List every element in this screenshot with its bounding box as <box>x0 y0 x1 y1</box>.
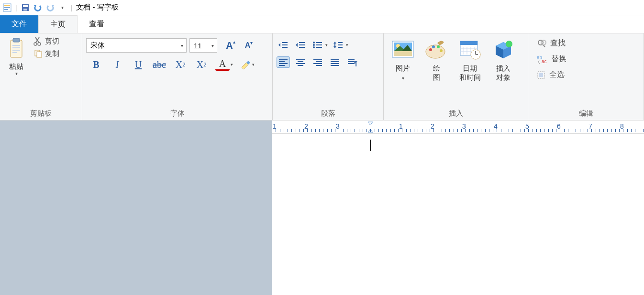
select-all-label: 全选 <box>549 70 565 80</box>
insert-paint-button[interactable]: 绘 图 <box>424 37 449 83</box>
superscript-button[interactable]: X2 <box>194 57 209 72</box>
insert-picture-button[interactable]: 图片▾ <box>390 37 415 83</box>
svg-rect-41 <box>313 59 322 60</box>
italic-button[interactable]: I <box>110 57 124 72</box>
ruler-tick-minor <box>485 129 486 132</box>
ruler-tick-minor <box>315 129 316 132</box>
ruler-tick-minor <box>454 129 454 132</box>
ruler-tick-minor <box>552 129 553 132</box>
ruler-tick-minor <box>426 129 426 132</box>
redo-icon[interactable] <box>45 2 56 13</box>
chevron-down-icon[interactable]: ▾ <box>325 43 328 47</box>
ruler-tick-minor <box>591 129 592 132</box>
chevron-down-icon[interactable]: ▾ <box>252 62 255 67</box>
ruler-tick-minor <box>284 129 284 132</box>
font-size-input[interactable] <box>190 39 208 52</box>
svg-rect-36 <box>279 65 285 66</box>
insert-object-button[interactable]: 插入 对象 <box>491 37 516 83</box>
ruler-tick-minor <box>418 129 418 132</box>
left-gutter <box>0 120 272 295</box>
align-left-button[interactable] <box>277 56 290 68</box>
font-name-input[interactable] <box>87 39 178 52</box>
strikethrough-button[interactable]: abc <box>152 57 167 72</box>
svg-rect-47 <box>331 63 339 64</box>
svg-rect-20 <box>299 42 305 43</box>
align-center-button[interactable] <box>294 56 307 68</box>
chevron-down-icon[interactable]: ▾ <box>208 43 217 48</box>
workspace: 32112345678 <box>0 120 644 295</box>
increase-indent-button[interactable] <box>294 39 307 51</box>
ruler-tick-minor <box>296 129 296 132</box>
ruler[interactable]: 32112345678 <box>272 120 644 134</box>
underline-button[interactable]: U <box>131 57 145 72</box>
bold-button[interactable]: B <box>89 57 103 72</box>
cut-button[interactable]: 剪切 <box>32 35 61 47</box>
ruler-tick-minor <box>627 129 628 132</box>
chevron-down-icon: ▾ <box>402 76 404 81</box>
align-right-button[interactable] <box>311 56 324 68</box>
chevron-down-icon[interactable]: ▾ <box>231 62 233 67</box>
paste-button[interactable]: 粘贴 ▾ <box>6 35 27 78</box>
svg-rect-24 <box>316 42 322 43</box>
decrease-indent-button[interactable] <box>277 39 290 51</box>
select-all-button[interactable]: 全选 <box>534 69 567 81</box>
replace-button[interactable]: abac 替换 <box>534 53 569 65</box>
ruler-tick-minor <box>307 129 308 132</box>
ruler-tick-minor <box>323 129 323 132</box>
ruler-tick-minor <box>489 129 489 132</box>
group-label-edit: 编辑 <box>532 107 640 119</box>
paragraph-marks-button[interactable]: ¶ <box>345 56 359 68</box>
replace-label: 替换 <box>551 54 566 64</box>
svg-rect-2 <box>4 7 10 8</box>
group-paragraph: ▾ ▾ ¶ 段落 <box>273 33 384 120</box>
svg-rect-22 <box>299 47 305 48</box>
highlight-button[interactable]: ▾ <box>240 59 255 70</box>
svg-rect-43 <box>313 63 322 64</box>
ruler-tick-minor <box>465 129 466 132</box>
ruler-tick-minor <box>402 129 402 132</box>
shrink-font-button[interactable]: A▾ <box>242 39 255 52</box>
chevron-down-icon[interactable]: ▾ <box>346 43 348 47</box>
qat-customize-icon[interactable]: ▾ <box>57 2 68 13</box>
ruler-tick-minor <box>319 129 320 132</box>
tab-home[interactable]: 主页 <box>38 15 78 33</box>
svg-rect-35 <box>279 63 288 64</box>
grow-font-button[interactable]: A▴ <box>224 39 237 52</box>
svg-rect-6 <box>23 9 27 11</box>
group-label-insert: 插入 <box>388 107 524 119</box>
find-button[interactable]: 查找 <box>534 37 568 49</box>
ruler-tick-minor <box>288 129 288 132</box>
svg-rect-5 <box>23 5 28 7</box>
insert-datetime-button[interactable]: 日期 和时间 <box>457 37 482 83</box>
bullets-button[interactable]: ▾ <box>311 39 328 51</box>
subscript-button[interactable]: X2 <box>173 57 188 72</box>
paste-label: 粘贴 <box>9 62 23 71</box>
font-name-combo[interactable]: ▾ <box>86 38 187 53</box>
ruler-tick-minor <box>512 129 513 132</box>
undo-icon[interactable] <box>33 2 43 13</box>
ruler-tick-minor <box>639 129 639 132</box>
svg-rect-12 <box>12 52 17 53</box>
svg-rect-16 <box>37 52 42 57</box>
document-page[interactable]: 32112345678 <box>272 120 644 295</box>
svg-rect-18 <box>282 44 288 45</box>
ruler-tick-minor <box>615 129 616 132</box>
ruler-tick-minor <box>291 129 292 132</box>
ruler-tick-minor <box>433 129 434 132</box>
ruler-tick-minor <box>576 129 576 132</box>
ruler-tick-minor <box>481 129 481 132</box>
chevron-down-icon[interactable]: ▾ <box>178 43 186 48</box>
tab-view[interactable]: 查看 <box>78 15 116 33</box>
svg-rect-45 <box>331 59 339 60</box>
copy-button[interactable]: 复制 <box>32 48 61 59</box>
save-icon[interactable] <box>20 2 31 13</box>
font-size-combo[interactable]: ▾ <box>189 38 217 53</box>
tab-file[interactable]: 文件 <box>0 15 38 33</box>
line-spacing-button[interactable]: ▾ <box>332 39 348 51</box>
svg-point-73 <box>506 41 512 47</box>
ruler-tick-minor <box>603 129 604 132</box>
justify-button[interactable] <box>328 56 342 68</box>
ruler-tick-minor <box>477 129 477 132</box>
ruler-tick-minor <box>600 129 600 132</box>
font-color-button[interactable]: A ▾ <box>215 58 233 71</box>
